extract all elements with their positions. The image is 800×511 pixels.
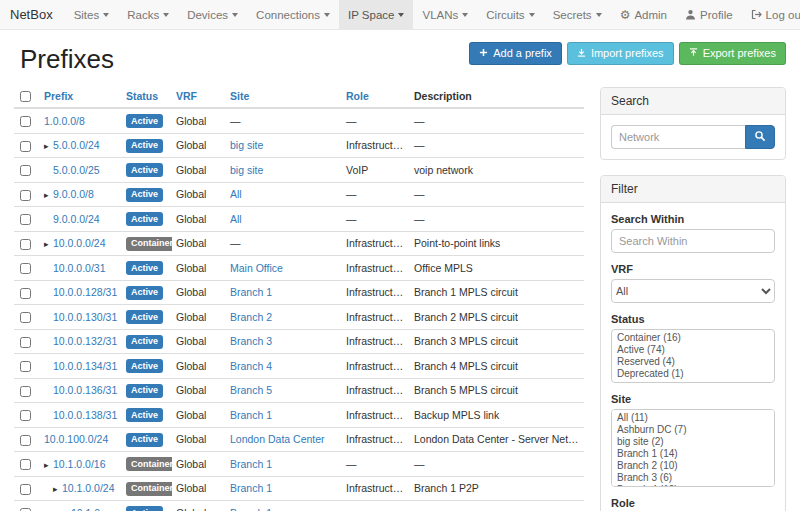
col-status[interactable]: Status <box>122 85 172 108</box>
row-checkbox[interactable] <box>20 410 31 421</box>
export-prefixes-button[interactable]: Export prefixes <box>679 42 786 65</box>
status-filter-select[interactable]: Container (16)Active (74)Reserved (4)Dep… <box>611 329 775 383</box>
filter-option[interactable]: Container (16) <box>614 332 772 344</box>
search-input[interactable] <box>611 125 745 149</box>
prefix-link[interactable]: 10.0.0.130/31 <box>53 311 117 323</box>
status-cell: Active <box>122 182 172 207</box>
row-checkbox[interactable] <box>20 459 31 470</box>
site-link[interactable]: big site <box>230 139 263 151</box>
nav-ip-space[interactable]: IP Space <box>339 0 413 29</box>
site-link[interactable]: Branch 1 <box>230 409 272 421</box>
import-prefixes-button[interactable]: Import prefixes <box>567 42 674 65</box>
add-prefix-button[interactable]: Add a prefix <box>469 42 562 65</box>
prefix-link[interactable]: 9.0.0.0/8 <box>53 188 94 200</box>
search-icon <box>754 130 766 145</box>
col-role[interactable]: Role <box>342 85 410 108</box>
site-link[interactable]: All <box>230 188 242 200</box>
site-link[interactable]: All <box>230 213 242 225</box>
vrf-cell: Global <box>172 329 226 354</box>
prefix-link[interactable]: 1.0.0.0/8 <box>44 115 85 127</box>
row-checkbox[interactable] <box>20 263 31 274</box>
prefix-link[interactable]: 5.0.0.0/24 <box>53 139 100 151</box>
nav-logout[interactable]: Log out <box>742 0 800 29</box>
prefix-link[interactable]: 10.0.0.136/31 <box>53 384 117 396</box>
status-badge: Container <box>126 457 172 471</box>
nav-connections[interactable]: Connections <box>247 0 339 29</box>
table-header-row: Prefix Status VRF Site Role Description <box>14 85 584 108</box>
filter-option[interactable]: Branch 4 (12) <box>614 484 772 487</box>
site-link[interactable]: Branch 1 <box>230 458 272 470</box>
filter-option[interactable]: All (11) <box>614 412 772 424</box>
prefix-link[interactable]: 10.1.0.0/16 <box>53 458 106 470</box>
site-filter-select[interactable]: All (11)Ashburn DC (7)big site (2)Branch… <box>611 409 775 487</box>
search-within-input[interactable] <box>611 229 775 253</box>
description-cell: — <box>410 108 584 133</box>
filter-option[interactable]: Active (74) <box>614 344 772 356</box>
filter-option[interactable]: Branch 2 (10) <box>614 460 772 472</box>
col-site[interactable]: Site <box>226 85 342 108</box>
vrf-select[interactable]: All <box>611 279 775 303</box>
nav-circuits[interactable]: Circuits <box>477 0 543 29</box>
site-link[interactable]: big site <box>230 164 263 176</box>
site-link[interactable]: Branch 4 <box>230 360 272 372</box>
site-link[interactable]: Main Office <box>230 262 283 274</box>
filter-option[interactable]: Branch 1 (14) <box>614 448 772 460</box>
row-checkbox[interactable] <box>20 239 31 250</box>
site-cell: Branch 2 <box>226 305 342 330</box>
site-link[interactable]: Branch 3 <box>230 335 272 347</box>
row-checkbox[interactable] <box>20 361 31 372</box>
table-row: 1.0.0.0/8ActiveGlobal——— <box>14 108 584 133</box>
prefix-link[interactable]: 5.0.0.0/25 <box>53 164 100 176</box>
row-checkbox[interactable] <box>20 312 31 323</box>
page-actions: Add a prefix Import prefixes Export pref… <box>469 42 786 65</box>
row-checkbox[interactable] <box>20 190 31 201</box>
prefix-link[interactable]: 10.0.0.0/31 <box>53 262 106 274</box>
filter-option[interactable]: big site (2) <box>614 436 772 448</box>
row-checkbox[interactable] <box>20 337 31 348</box>
nav-sites[interactable]: Sites <box>65 0 119 29</box>
status-cell: Active <box>122 280 172 305</box>
prefix-link[interactable]: 10.1.0.0/24 <box>62 482 115 494</box>
row-checkbox[interactable] <box>20 484 31 495</box>
row-checkbox[interactable] <box>20 386 31 397</box>
prefix-link[interactable]: 10.0.100.0/24 <box>44 433 108 445</box>
prefix-link[interactable]: 10.0.0.132/31 <box>53 335 117 347</box>
site-link[interactable]: Branch 1 <box>230 482 272 494</box>
nav-admin[interactable]: ⚙ Admin <box>611 0 676 29</box>
row-checkbox[interactable] <box>20 165 31 176</box>
nav-devices[interactable]: Devices <box>178 0 247 29</box>
prefix-link[interactable]: 10.1.0.0/25 <box>71 507 122 511</box>
plus-icon <box>479 48 488 59</box>
prefix-link[interactable]: 10.0.0.0/24 <box>53 237 106 249</box>
brand[interactable]: NetBox <box>10 0 53 29</box>
col-vrf[interactable]: VRF <box>172 85 226 108</box>
row-checkbox[interactable] <box>20 288 31 299</box>
select-all-checkbox[interactable] <box>20 91 31 102</box>
prefix-link[interactable]: 10.0.0.138/31 <box>53 409 117 421</box>
site-link[interactable]: Branch 5 <box>230 384 272 396</box>
description-cell: Office MPLS <box>410 256 584 281</box>
nav-vlans[interactable]: VLANs <box>413 0 477 29</box>
prefix-link[interactable]: 10.0.0.134/31 <box>53 360 117 372</box>
site-link[interactable]: London Data Center <box>230 433 325 445</box>
filter-option[interactable]: Deprecated (1) <box>614 368 772 380</box>
row-checkbox[interactable] <box>20 141 31 152</box>
filter-option[interactable]: Branch 3 (6) <box>614 472 772 484</box>
search-button[interactable] <box>745 125 775 149</box>
site-link[interactable]: Branch 1 <box>230 507 272 511</box>
nav-profile[interactable]: Profile <box>676 0 742 29</box>
filter-option[interactable]: Ashburn DC (7) <box>614 424 772 436</box>
row-checkbox[interactable] <box>20 435 31 446</box>
filter-option[interactable]: Reserved (4) <box>614 356 772 368</box>
col-prefix[interactable]: Prefix <box>40 85 122 108</box>
prefix-link[interactable]: 9.0.0.0/24 <box>53 213 100 225</box>
nav-secrets[interactable]: Secrets <box>544 0 611 29</box>
site-link[interactable]: Branch 1 <box>230 286 272 298</box>
nav-racks[interactable]: Racks <box>118 0 178 29</box>
row-checkbox[interactable] <box>20 214 31 225</box>
chevron-down-icon <box>103 13 109 17</box>
description-cell: — <box>410 452 584 477</box>
prefix-link[interactable]: 10.0.0.128/31 <box>53 286 117 298</box>
row-checkbox[interactable] <box>20 116 31 127</box>
site-link[interactable]: Branch 2 <box>230 311 272 323</box>
